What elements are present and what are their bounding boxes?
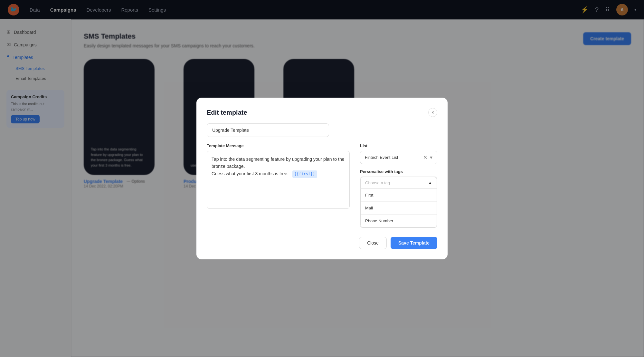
modal-body: Template Message Tap into the data segme… xyxy=(207,143,437,228)
message-tag-badge: {{first}} xyxy=(292,170,317,178)
template-message-label: Template Message xyxy=(207,143,350,148)
tag-search-input[interactable]: Choose a tag ▲ xyxy=(360,177,437,189)
tag-search-chevron-up-icon[interactable]: ▲ xyxy=(428,180,432,185)
edit-template-modal: Edit template × Template Message Tap int… xyxy=(196,98,448,259)
tag-placeholder-text: Choose a tag xyxy=(365,180,390,185)
tag-dropdown: First Mail Phone Number xyxy=(360,189,437,227)
template-message-display[interactable]: Tap into the data segmenting feature by … xyxy=(207,151,350,209)
close-button[interactable]: Close xyxy=(359,237,387,249)
personalise-label: Personalise with tags xyxy=(360,169,437,174)
modal-close-button[interactable]: × xyxy=(428,108,437,117)
message-text-line2: Guess what your first 3 months is free. xyxy=(212,171,289,176)
modal-header: Edit template × xyxy=(207,108,437,117)
modal-left: Template Message Tap into the data segme… xyxy=(207,143,350,228)
list-chevron-icon[interactable]: ▾ xyxy=(430,154,432,160)
tag-option-first[interactable]: First xyxy=(361,189,437,202)
modal-footer: Close Save Template xyxy=(207,237,437,249)
list-clear-icon[interactable]: ✕ xyxy=(423,154,427,160)
modal-title: Edit template xyxy=(207,109,247,116)
template-name-input[interactable] xyxy=(207,123,329,137)
list-select-value: Fintech Event List xyxy=(365,155,398,160)
tag-option-mail[interactable]: Mail xyxy=(361,202,437,215)
modal-right: List Fintech Event List ✕ ▾ Personalise … xyxy=(360,143,437,228)
list-label: List xyxy=(360,143,437,148)
list-select-actions: ✕ ▾ xyxy=(423,154,432,160)
modal-overlay[interactable]: Edit template × Template Message Tap int… xyxy=(0,0,644,357)
tag-option-phone[interactable]: Phone Number xyxy=(361,215,437,227)
message-text-line1: Tap into the data segmenting feature by … xyxy=(212,157,345,169)
tag-select-container: Choose a tag ▲ First Mail Phone Number xyxy=(360,177,437,228)
save-template-button[interactable]: Save Template xyxy=(391,237,437,249)
list-select[interactable]: Fintech Event List ✕ ▾ xyxy=(360,151,437,164)
